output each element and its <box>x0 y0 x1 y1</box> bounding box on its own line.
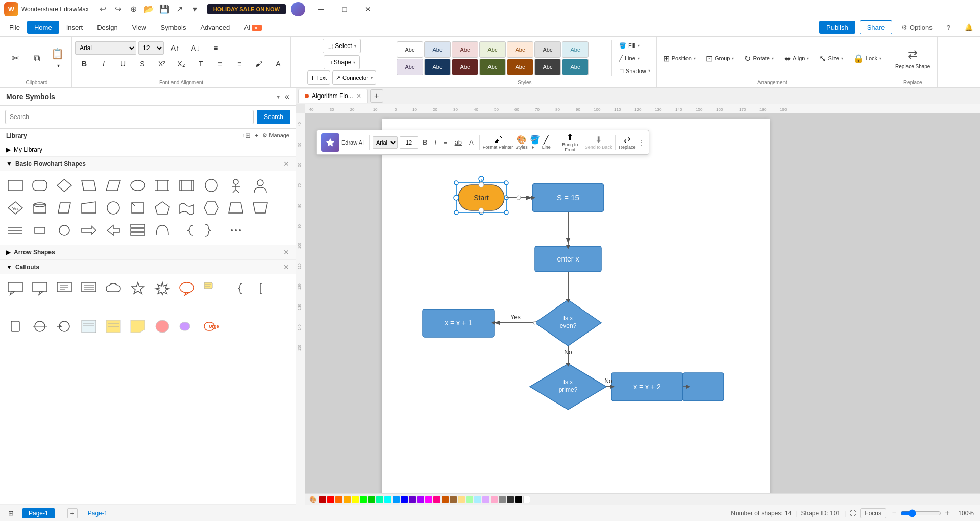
new-button[interactable]: ⊕ <box>128 3 140 15</box>
callouts-header[interactable]: ▼ Callouts ✕ <box>0 260 296 274</box>
style-8[interactable]: Abc <box>397 59 423 75</box>
group-button[interactable]: ⊡Group▾ <box>703 52 738 65</box>
export-button[interactable]: ↗ <box>174 3 186 15</box>
share-button[interactable]: Share <box>860 20 893 34</box>
help-button[interactable]: ? <box>942 21 955 34</box>
shape-rounded-rect[interactable] <box>29 175 51 196</box>
menu-advanced[interactable]: Advanced <box>193 21 237 34</box>
subscript-button[interactable]: X₂ <box>172 57 190 71</box>
shape-circle[interactable] <box>200 175 223 196</box>
lock-button[interactable]: 🔒Lock▾ <box>850 52 885 65</box>
swatch-orange-red[interactable] <box>335 496 342 503</box>
cut-button[interactable]: ✂ <box>5 51 26 66</box>
style-4[interactable]: Abc <box>479 41 506 58</box>
callout-circle-line[interactable] <box>29 316 51 337</box>
shape-trapezoid[interactable] <box>225 198 247 218</box>
shape-manual[interactable] <box>78 198 100 218</box>
swatch-light-blue[interactable] <box>474 496 481 503</box>
shape-predefined[interactable] <box>176 175 198 196</box>
ft-align-button[interactable]: ≡ <box>441 137 450 148</box>
shape-rect-small[interactable] <box>29 220 51 241</box>
ft-fill-button[interactable]: 🪣 Fill <box>530 135 540 150</box>
style-3[interactable]: Abc <box>452 41 478 58</box>
italic-button[interactable]: I <box>94 57 113 71</box>
text-dropdown[interactable]: T Text <box>307 70 330 85</box>
swatch-light-purple[interactable] <box>482 496 489 503</box>
shape-parallelogram[interactable] <box>78 175 100 196</box>
swatch-light-yellow[interactable] <box>458 496 465 503</box>
menu-home[interactable]: Home <box>27 21 59 34</box>
swatch-blue[interactable] <box>393 496 400 503</box>
position-button[interactable]: ⊞Position▾ <box>660 52 699 65</box>
swatch-dark-blue[interactable] <box>401 496 408 503</box>
callout-sticky3[interactable] <box>127 316 149 337</box>
shadow-button[interactable]: ◻Shadow ▾ <box>616 65 653 76</box>
basic-flowchart-close[interactable]: ✕ <box>283 160 289 168</box>
size-button[interactable]: ⤡Size▾ <box>816 52 846 65</box>
publish-button[interactable]: Publish <box>819 21 855 34</box>
shape-parallelogram2[interactable] <box>102 175 125 196</box>
callout-bracket[interactable] <box>249 278 272 299</box>
callout-star2[interactable] <box>151 278 174 299</box>
swatch-pink[interactable] <box>491 496 498 503</box>
swatch-tan[interactable] <box>450 496 457 503</box>
shape-brace[interactable] <box>176 220 198 241</box>
bullets-button[interactable]: ≡ <box>211 57 229 71</box>
callout-sticky1[interactable] <box>78 316 100 337</box>
font-selector[interactable]: Arial <box>75 41 136 55</box>
shape-pentagon[interactable] <box>151 198 174 218</box>
ft-replace-button[interactable]: ⇄ Replace <box>619 135 635 150</box>
numbering-button[interactable]: ≡ <box>230 57 249 71</box>
fit-page-button[interactable]: ⛶ <box>850 510 856 517</box>
copy-button[interactable]: ⧉ <box>27 51 47 66</box>
shape-ellipse[interactable] <box>127 175 149 196</box>
swatch-magenta[interactable] <box>425 496 432 503</box>
shape-list[interactable] <box>127 220 149 241</box>
swatch-dark-gray[interactable] <box>507 496 514 503</box>
arrow-shapes-close[interactable]: ✕ <box>283 248 289 256</box>
page-tab-1[interactable]: Page-1 <box>22 508 55 518</box>
library-manage-button[interactable]: ⚙ Manage <box>262 132 289 139</box>
callout-small-rect[interactable] <box>200 278 223 299</box>
zoom-in-button[interactable]: ＋ <box>943 508 951 518</box>
callout-lines[interactable] <box>53 278 76 299</box>
search-input[interactable] <box>5 110 254 124</box>
font-size-selector[interactable]: 12 <box>138 41 164 55</box>
menu-insert[interactable]: Insert <box>59 21 90 34</box>
callout-sticky4[interactable] <box>151 316 174 337</box>
shape-circle2[interactable] <box>102 198 125 218</box>
close-button[interactable]: ✕ <box>356 2 380 17</box>
swatch-teal-green[interactable] <box>376 496 383 503</box>
arrow-shapes-header[interactable]: ▶ Arrow Shapes ✕ <box>0 245 296 259</box>
more-button[interactable]: ▾ <box>189 3 201 15</box>
replace-shape-button[interactable]: ⇄ Replace Shape <box>891 39 934 78</box>
maximize-button[interactable]: □ <box>333 2 356 17</box>
library-expand-button[interactable]: ⊞ <box>245 132 251 139</box>
ft-line-button[interactable]: ╱ Line <box>542 135 551 150</box>
callout-lines2[interactable] <box>78 278 100 299</box>
swatch-light-green[interactable] <box>466 496 473 503</box>
ft-styles-button[interactable]: 🎨 Styles <box>515 135 528 150</box>
swatch-brown[interactable] <box>442 496 449 503</box>
canvas-tab[interactable]: Algorithm Flo... ✕ <box>298 89 368 103</box>
callout-star[interactable] <box>127 278 149 299</box>
ft-format-painter-button[interactable]: 🖌 Format Painter <box>483 135 513 150</box>
open-button[interactable]: 📂 <box>143 3 155 15</box>
align-button[interactable]: ≡ <box>207 41 225 55</box>
tab-close-button[interactable]: ✕ <box>356 92 361 100</box>
ft-bring-front-button[interactable]: ⬆ Bring to Front <box>557 132 583 152</box>
swatch-yellow[interactable] <box>352 496 359 503</box>
callout-brace[interactable] <box>225 278 247 299</box>
ft-send-back-button[interactable]: ⬇ Send to Back <box>585 135 612 150</box>
shape-arc[interactable] <box>151 220 174 241</box>
shape-person[interactable] <box>225 175 247 196</box>
shape-curly-left[interactable] <box>200 220 223 241</box>
shape-hexagon[interactable] <box>200 198 223 218</box>
shape-cylinder[interactable] <box>29 198 51 218</box>
callout-sticky6[interactable]: Urgent <box>200 316 223 337</box>
ft-font-selector[interactable]: Arial <box>373 136 398 149</box>
shape-rectangle[interactable] <box>4 175 27 196</box>
callout-sticky2[interactable] <box>102 316 125 337</box>
shape-square-corners[interactable] <box>127 198 149 218</box>
clear-format-button[interactable]: T <box>191 57 210 71</box>
